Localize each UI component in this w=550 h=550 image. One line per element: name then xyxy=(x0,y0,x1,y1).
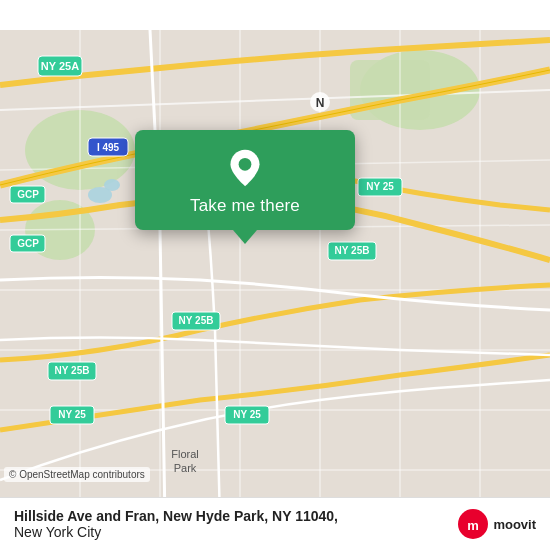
svg-text:N: N xyxy=(316,96,325,110)
svg-point-6 xyxy=(104,179,120,191)
svg-text:NY 25B: NY 25B xyxy=(55,365,90,376)
svg-text:I 495: I 495 xyxy=(97,142,120,153)
svg-text:Park: Park xyxy=(174,462,197,474)
tooltip-card[interactable]: Take me there xyxy=(135,130,355,230)
svg-text:m: m xyxy=(468,518,480,533)
location-pin-icon xyxy=(225,148,265,188)
address-line1: Hillside Ave and Fran, New Hyde Park, NY… xyxy=(14,508,338,524)
svg-text:GCP: GCP xyxy=(17,189,39,200)
osm-attribution-text: © OpenStreetMap contributors xyxy=(9,469,145,480)
svg-text:Floral: Floral xyxy=(171,448,199,460)
svg-text:NY 25A: NY 25A xyxy=(41,60,79,72)
moovit-text: moovit xyxy=(493,517,536,532)
osm-attribution: © OpenStreetMap contributors xyxy=(4,467,150,482)
address-line2: New York City xyxy=(14,524,338,540)
svg-text:NY 25B: NY 25B xyxy=(179,315,214,326)
tooltip-label: Take me there xyxy=(190,196,300,216)
moovit-logo: m moovit xyxy=(457,508,536,540)
map-container: NY 25A I 495 GCP GCP NY 25B NY 25 NY 25B… xyxy=(0,0,550,550)
svg-text:GCP: GCP xyxy=(17,238,39,249)
svg-text:NY 25: NY 25 xyxy=(58,409,86,420)
moovit-icon: m xyxy=(457,508,489,540)
svg-text:NY 25: NY 25 xyxy=(366,181,394,192)
svg-point-44 xyxy=(239,158,252,171)
svg-text:NY 25B: NY 25B xyxy=(335,245,370,256)
bottom-bar: Hillside Ave and Fran, New Hyde Park, NY… xyxy=(0,497,550,550)
svg-text:NY 25: NY 25 xyxy=(233,409,261,420)
address-block: Hillside Ave and Fran, New Hyde Park, NY… xyxy=(14,508,338,540)
